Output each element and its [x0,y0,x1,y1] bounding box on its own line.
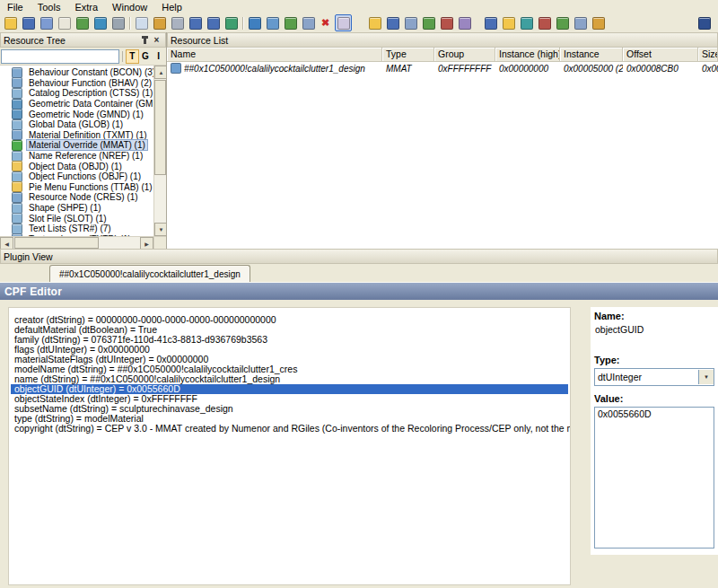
tree-horizontal-scrollbar[interactable] [0,236,166,249]
tags-icon[interactable] [572,14,589,31]
tree-item[interactable]: Geometric Data Container (GMDC) (1) [2,99,153,110]
tree-item[interactable]: Material Definition (TXMT) (1) [2,130,153,141]
row-cell[interactable]: 0x00005000 (20... [560,64,623,74]
pin-icon[interactable] [139,35,151,46]
resource-tree-title: Resource Tree [4,35,139,46]
sort-icon[interactable] [554,14,571,31]
tree-item[interactable]: Text Lists (STR#) (7) [2,224,153,234]
scroll-up-icon[interactable] [154,66,166,79]
scroll-down-icon[interactable] [154,223,166,236]
tree-item[interactable]: Catalog Description (CTSS) (1) [2,88,153,99]
scrollbar-thumb[interactable] [14,237,99,249]
info-icon[interactable] [590,14,607,31]
gmdc-resource-icon [12,99,22,110]
restore-icon[interactable] [264,14,281,31]
column-header-instance[interactable]: Instance [560,48,623,62]
icon-glyph [538,17,551,30]
tree-item[interactable]: Pie Menu Functions (TTAB) (1) [2,182,153,193]
tree-filter-input[interactable] [1,49,119,64]
save-package-icon[interactable] [20,14,37,31]
save-all-icon[interactable] [38,14,55,31]
tree-item[interactable]: Resource Node (CRES) (1) [2,192,153,203]
object-workshop-icon[interactable] [456,14,473,31]
menu-window[interactable]: Window [105,1,154,13]
str-resource-icon [12,224,22,234]
icon-glyph [22,17,35,30]
tree-item[interactable]: Shape (SHPE) (1) [2,203,153,214]
wrapper-view-icon[interactable] [402,14,419,31]
plugin-editor-icon[interactable] [384,14,401,31]
property-name-value: objectGUID [595,324,714,335]
scrollbar-corner [153,237,166,249]
column-header-offset[interactable]: Offset [623,48,698,62]
scrollbar-track[interactable] [100,237,140,249]
column-header-instance-high[interactable]: Instance (high) [495,48,560,62]
filter-group-button[interactable]: G [139,49,153,64]
resource-details-icon[interactable] [420,14,437,31]
close-icon[interactable] [151,35,162,46]
tree-view-icon[interactable] [500,14,517,31]
hex-editor-icon[interactable] [366,14,383,31]
tree-item[interactable]: Slot File (SLOT) (1) [2,213,153,224]
tree-item[interactable]: Object Data (OBJD) (1) [2,161,153,171]
plugin-tab[interactable]: ##0x1C050000!calalilycocktailclutter1_de… [49,265,250,282]
refresh-icon[interactable] [223,14,240,31]
tree-item[interactable]: Global Data (GLOB) (1) [2,119,153,130]
type-select[interactable]: dtUInteger [594,368,714,386]
scrollbar-track[interactable] [154,176,166,223]
resource-list-body: ##0x1C050000!calalilycocktailclutter1_de… [167,62,718,249]
list-view-icon[interactable] [518,14,535,31]
tree-item[interactable]: Behaviour Function (BHAV) (2) [2,78,153,89]
tree-item[interactable]: Geometric Node (GMND) (1) [2,109,153,119]
type-label: Type: [594,355,714,365]
row-cell[interactable]: MMAT [382,64,434,74]
column-header-group[interactable]: Group [434,48,495,62]
import-icon[interactable] [74,14,91,31]
menu-help[interactable]: Help [154,1,189,13]
value-input[interactable]: 0x0055660D [594,407,714,549]
menu-file[interactable]: File [0,1,31,13]
commit-icon[interactable] [246,14,263,31]
row-cell[interactable]: 0x00008CB0 [623,64,698,74]
undo-icon[interactable] [187,14,204,31]
open-package-icon[interactable] [2,14,19,31]
chevron-down-icon[interactable] [698,370,714,384]
row-cell[interactable]: 0x00... [698,64,718,74]
column-header-size[interactable]: Size [698,48,718,62]
cpf-editor-title: CPF Editor [4,285,62,298]
menu-extra[interactable]: Extra [67,1,105,13]
tree-item[interactable]: Material Override (MMAT) (1) [2,140,153,151]
copy-icon[interactable] [133,14,150,31]
eraser-icon[interactable] [335,14,352,31]
package-details-icon[interactable] [438,14,455,31]
search-icon[interactable] [109,14,127,31]
row-cell[interactable]: 0xFFFFFFFF [434,64,495,74]
row-cell[interactable]: ##0x1C050000!calalilycocktailclutter1_de… [167,63,382,74]
export-icon[interactable] [92,14,109,31]
paste-icon[interactable] [151,14,168,31]
property-row[interactable]: copyright (dtString) = CEP v 3.0 - MMAT … [11,424,568,434]
tree-item-list: Behaviour Constant (BCON) (3)Behaviour F… [0,66,153,236]
column-header-type[interactable]: Type [382,48,434,62]
clone-icon[interactable] [300,14,317,31]
tree-item[interactable]: Object Functions (OBJF) (1) [2,171,153,182]
column-header-name[interactable]: Name [167,48,382,62]
filter-instance-button[interactable]: I [152,49,165,64]
delete-icon[interactable]: ✖ [317,14,334,31]
scrollbar-thumb[interactable] [154,80,166,175]
resource-list-row[interactable]: ##0x1C050000!calalilycocktailclutter1_de… [167,62,718,75]
tree-item[interactable]: Behaviour Constant (BCON) (3) [2,67,153,78]
add-resource-icon[interactable] [282,14,299,31]
grid-view-icon[interactable] [536,14,553,31]
new-package-icon[interactable] [56,14,73,31]
filter-type-button[interactable]: T [126,49,139,64]
icon-glyph [171,17,184,30]
row-cell[interactable]: 0x00000000 [495,64,560,74]
filter-icon[interactable] [482,14,499,31]
menu-tools[interactable]: Tools [31,1,68,13]
tree-vertical-scrollbar[interactable] [153,66,166,236]
tree-item[interactable]: Name Reference (NREF) (1) [2,151,153,162]
redo-icon[interactable] [205,14,222,31]
cut-icon[interactable] [169,14,186,31]
help-icon[interactable] [696,14,713,31]
